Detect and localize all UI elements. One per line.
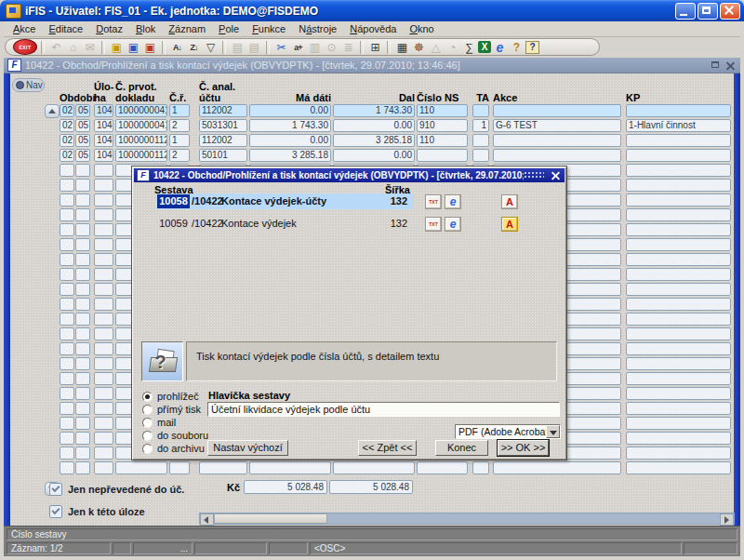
cell-uloha[interactable] (94, 179, 113, 192)
cell-kp[interactable] (626, 387, 731, 400)
txt-export-icon[interactable]: TXT (425, 194, 442, 209)
cell-akce[interactable] (493, 149, 621, 162)
cell-ucet[interactable]: 112002 (199, 134, 247, 147)
cell-uloha[interactable] (94, 327, 113, 340)
output-radio[interactable]: do souboru (142, 429, 208, 442)
cell-obdobi-2[interactable] (75, 327, 90, 340)
cell-kp[interactable] (626, 313, 731, 326)
cell-cr[interactable]: 1 (169, 134, 190, 147)
hierarchy-icon[interactable]: ⊞ (367, 40, 383, 55)
cell-kp[interactable] (626, 134, 731, 147)
chevron-down-icon[interactable] (546, 425, 560, 438)
cell-obdobi-2[interactable] (75, 223, 90, 236)
append-icon[interactable]: a+ (290, 40, 306, 55)
sum-icon[interactable]: ∑ (461, 40, 477, 55)
menu-item[interactable]: Akce (7, 22, 42, 35)
cell-obdobi-2[interactable] (75, 164, 90, 177)
report-row[interactable]: 10058 /10422 Kontace výdejek-účty 132 TX… (156, 193, 556, 209)
table-row[interactable]: 02 05 104 1000000112 2 50101 3 285.18 0.… (60, 149, 733, 162)
cell-obdobi-1[interactable] (60, 387, 74, 400)
cut-icon[interactable]: ✂ (273, 40, 289, 55)
cell-cr[interactable]: 1 (169, 104, 190, 117)
cell-madati[interactable]: 0.00 (249, 104, 331, 117)
cell-ucet[interactable]: 50101 (199, 149, 247, 162)
html-export-icon[interactable]: e (445, 194, 461, 209)
cell-uloha[interactable]: 104 (94, 149, 113, 162)
cell-obdobi-2[interactable] (75, 402, 90, 415)
close-button[interactable] (720, 3, 740, 20)
cell-kp[interactable] (626, 447, 731, 460)
menu-item[interactable]: Pole (212, 22, 246, 35)
menu-item[interactable]: Dotaz (89, 22, 129, 35)
cell-akce[interactable] (493, 104, 621, 117)
cell-kp[interactable] (626, 298, 731, 311)
cell-uloha[interactable] (94, 223, 113, 236)
cell-doklad[interactable]: 1000000041 (115, 119, 167, 132)
report-name[interactable]: Kontace výdejek (221, 217, 368, 231)
report-name[interactable]: Kontace výdejek-účty (221, 194, 368, 208)
cell-obdobi-2[interactable] (75, 461, 90, 474)
cell-obdobi-1[interactable] (60, 223, 74, 236)
cell-obdobi-2[interactable] (75, 432, 90, 445)
cell-kp[interactable] (626, 461, 731, 474)
help-icon[interactable]: ? (525, 41, 539, 54)
cell-obdobi-2[interactable] (75, 298, 90, 311)
cell-obdobi-1[interactable]: 02 (60, 149, 74, 162)
nav-button[interactable]: Nav (12, 78, 45, 92)
cell-obdobi-2[interactable] (75, 208, 90, 221)
cell-kp[interactable] (626, 223, 731, 236)
cell-obdobi-2[interactable] (75, 179, 90, 192)
cell-obdobi-1[interactable]: 02 (60, 119, 74, 132)
cell-cislons[interactable]: 910 (417, 119, 468, 132)
set-default-button[interactable]: Nastav výchozí (207, 440, 288, 456)
cell-kp[interactable] (626, 417, 731, 430)
undo-icon[interactable]: ↶ (48, 40, 64, 55)
minimize-button[interactable] (675, 3, 696, 20)
cell-ta[interactable] (472, 134, 489, 147)
cell-dal[interactable]: 3 285.18 (333, 134, 415, 147)
cell-uloha[interactable] (94, 342, 113, 355)
cell-obdobi-2[interactable] (75, 417, 90, 430)
total-madati-field[interactable]: 5 028.48 (244, 480, 327, 494)
cell-madati[interactable] (249, 461, 331, 474)
cell-kp[interactable] (626, 372, 731, 385)
dialog-close-icon[interactable] (550, 170, 562, 180)
scroll-up-button[interactable] (45, 104, 60, 118)
cell-obdobi-2[interactable] (75, 372, 90, 385)
cell-uloha[interactable] (94, 253, 113, 266)
record-delete-icon[interactable]: ▣ (142, 40, 158, 55)
cell-obdobi-2[interactable]: 05 (75, 134, 90, 147)
scrollbar-thumb[interactable] (214, 513, 327, 524)
copy-icon[interactable]: ▥ (307, 40, 323, 55)
cell-dal[interactable]: 0.00 (333, 149, 415, 162)
sort-desc-icon[interactable]: Z↓ (186, 40, 202, 55)
menu-item[interactable]: Funkce (246, 22, 292, 35)
checkbox-jen-k-teto-uloze[interactable]: Jen k této úloze (49, 505, 145, 518)
home-icon[interactable]: ⌂ (65, 40, 81, 55)
record-insert-icon[interactable]: ▣ (109, 40, 125, 55)
send-icon[interactable]: ✉ (82, 40, 98, 55)
maximize-button[interactable] (698, 3, 718, 20)
record-query-icon[interactable]: ▣ (126, 40, 141, 55)
menu-item[interactable]: Blok (129, 22, 162, 35)
cell-uloha[interactable] (94, 417, 113, 430)
cell-ta[interactable]: 1 (472, 119, 489, 132)
cell-ucet[interactable]: 112002 (199, 104, 247, 117)
gauge-icon[interactable]: ◔ (445, 40, 460, 55)
html-export-icon[interactable]: e (445, 217, 461, 232)
menu-item[interactable]: Editace (42, 22, 89, 35)
mdi-restore-icon[interactable] (710, 60, 722, 71)
tree-icon[interactable]: ▦ (394, 40, 410, 55)
cell-uloha[interactable]: 104 (94, 119, 113, 132)
cell-ucet[interactable] (199, 461, 247, 474)
cell-uloha[interactable] (94, 357, 113, 370)
table-row[interactable]: 02 05 104 1000000041 1 112002 0.00 1 743… (60, 104, 733, 117)
sort-asc-icon[interactable]: A↓ (169, 40, 185, 55)
cell-uloha[interactable] (94, 447, 113, 460)
cell-obdobi-1[interactable] (60, 327, 74, 340)
cell-uloha[interactable] (94, 432, 113, 445)
cell-uloha[interactable] (94, 313, 113, 326)
cell-uloha[interactable]: 104 (94, 134, 113, 147)
list-icon[interactable]: ≣ (340, 40, 356, 55)
scroll-left-button[interactable] (200, 513, 214, 526)
